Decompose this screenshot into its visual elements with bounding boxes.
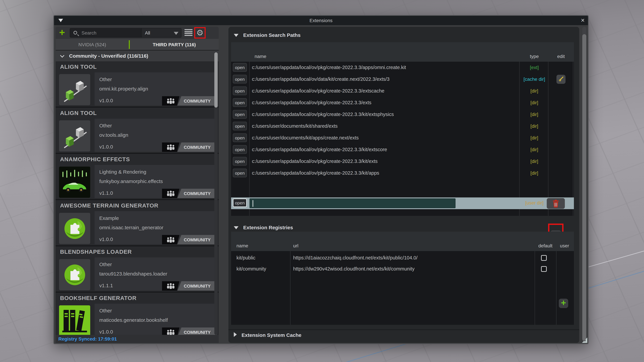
people-icon bbox=[162, 96, 180, 106]
section-header-search-paths[interactable]: Extension Search Paths bbox=[234, 32, 300, 38]
extension-title: ANAMORPHIC EFFECTS bbox=[56, 154, 219, 165]
gear-icon[interactable]: ⚙ bbox=[196, 29, 204, 37]
search-path-value: c:/users/user/appdata/local/ov/pkg/creat… bbox=[252, 170, 379, 176]
group-header-community-unverified[interactable]: Community - Unverified (116/116) bbox=[56, 51, 219, 61]
new-path-input[interactable] bbox=[250, 198, 456, 208]
list-item[interactable]: BOOKSHELF GENERATOR bbox=[56, 293, 219, 335]
table-body: kit/public https://d1aiacozzchaiq.cloudf… bbox=[231, 251, 574, 325]
extension-category: Other bbox=[99, 261, 112, 267]
list-item[interactable]: BLENDSHAPES LOADER Other bbox=[56, 246, 219, 293]
list-item[interactable]: ANAMORPHIC EFFECTS bbox=[56, 154, 219, 200]
registries-table: name url default user kit/public https:/… bbox=[231, 232, 574, 325]
table-row: open c:/users/user/appdata/local/ov/pkg/… bbox=[231, 156, 574, 167]
path-type-badge: [dir] bbox=[520, 123, 549, 129]
extension-id: ov.tools.align bbox=[99, 132, 128, 138]
table-row: open c:/users/user/appdata/local/ov/data… bbox=[231, 73, 574, 85]
extension-card[interactable]: Lighting & Rendering funkyboy.anamorphic… bbox=[56, 165, 219, 200]
add-extension-icon[interactable]: + bbox=[58, 28, 66, 37]
search-path-value: c:/users/user/documents/kit/shared/exts bbox=[252, 123, 338, 129]
search-path-value: c:/users/user/appdata/local/ov/pkg/creat… bbox=[252, 88, 384, 93]
badge-label: COMMUNITY bbox=[178, 96, 217, 106]
open-path-button[interactable]: open bbox=[233, 145, 247, 154]
path-type-badge: [user dir] bbox=[520, 200, 549, 205]
extension-title: ALIGN TOOL bbox=[56, 61, 219, 72]
group-header-label: Community - Unverified (116/116) bbox=[69, 53, 148, 59]
open-path-button[interactable]: open bbox=[233, 122, 247, 130]
open-path-button[interactable]: open bbox=[233, 86, 247, 95]
section-header-registries[interactable]: Extension Registries bbox=[234, 225, 293, 230]
close-icon[interactable]: × bbox=[581, 17, 585, 24]
badge-label: COMMUNITY bbox=[178, 189, 217, 198]
extension-info: Other maticodes.generator.bookshelf v1.0… bbox=[94, 304, 217, 335]
list-item[interactable]: ALIGN TOOL bbox=[56, 61, 219, 108]
path-type-badge: [dir] bbox=[520, 88, 549, 93]
extension-card[interactable]: Other maticodes.generator.bookshelf v1.0… bbox=[56, 304, 219, 335]
tab-third-party[interactable]: THIRD PARTY (116) bbox=[130, 39, 219, 50]
open-path-button[interactable]: open bbox=[233, 198, 247, 207]
section-header-system-cache[interactable]: Extension System Cache bbox=[234, 332, 301, 338]
filter-dropdown[interactable]: All bbox=[141, 28, 182, 37]
column-header-edit: edit bbox=[549, 54, 573, 59]
filter-value: All bbox=[145, 30, 150, 35]
search-input[interactable] bbox=[70, 28, 150, 37]
extension-card[interactable]: Example omni.isaac.terrain_generator v1.… bbox=[56, 211, 219, 246]
search-path-value: c:/users/user/appdata/local/ov/pkg/creat… bbox=[252, 112, 394, 117]
open-path-button[interactable]: open bbox=[233, 63, 247, 72]
open-path-button[interactable]: open bbox=[233, 157, 247, 166]
new-path-row-editing: open [user dir] bbox=[231, 197, 574, 209]
bookshelf-icon bbox=[59, 305, 90, 335]
badge-label: COMMUNITY bbox=[178, 281, 217, 291]
path-type-badge: [dir] bbox=[520, 100, 549, 105]
registry-name: kit/community bbox=[236, 266, 266, 272]
extension-id: funkyboy.anamorphic.effects bbox=[99, 178, 163, 184]
open-path-button[interactable]: open bbox=[233, 110, 247, 119]
delete-path-button[interactable] bbox=[547, 198, 565, 209]
title-bar[interactable]: Extensions × bbox=[54, 16, 588, 25]
search-box bbox=[70, 28, 150, 37]
resize-handle[interactable] bbox=[582, 338, 587, 343]
column-header-name: name bbox=[254, 54, 266, 59]
column-header-default: default bbox=[535, 243, 556, 248]
open-path-button[interactable]: open bbox=[233, 98, 247, 107]
add-registry-button[interactable]: + bbox=[559, 299, 568, 308]
table-header: name type edit bbox=[231, 42, 574, 62]
extension-browser-panel: + All ⚙ NVIDIA (524) THIRD PARTY (116) bbox=[56, 27, 219, 343]
list-item[interactable]: AWESOME TERRAIN GENERATOR Example bbox=[56, 200, 219, 246]
section-divider bbox=[228, 329, 579, 330]
list-item[interactable]: ALIGN TOOL bbox=[56, 108, 219, 154]
table-row: open c:/users/user/appdata/local/ov/pkg/… bbox=[231, 109, 574, 120]
tab-nvidia[interactable]: NVIDIA (524) bbox=[56, 39, 129, 50]
broom-icon[interactable] bbox=[556, 75, 566, 84]
open-path-button[interactable]: open bbox=[233, 169, 247, 177]
extension-card[interactable]: Other ov.tools.align v1.0.0 COMMUNITY bbox=[56, 119, 219, 154]
default-checkbox[interactable] bbox=[541, 266, 547, 272]
extension-category: Other bbox=[99, 308, 112, 313]
column-header-user: user bbox=[556, 243, 573, 248]
registry-url: https://dw290v42wisod.cloudfront.net/ext… bbox=[293, 266, 414, 272]
column-header-type: type bbox=[520, 54, 549, 59]
menu-icon[interactable] bbox=[184, 29, 192, 36]
table-row: open c:/users/user/documents/kit/shared/… bbox=[231, 120, 574, 132]
badge-label: COMMUNITY bbox=[178, 142, 217, 152]
badge-label: COMMUNITY bbox=[178, 328, 217, 335]
default-checkbox[interactable] bbox=[541, 255, 547, 261]
extension-category: Other bbox=[99, 123, 112, 128]
section-title: Extension System Cache bbox=[242, 332, 301, 338]
open-path-button[interactable]: open bbox=[233, 75, 247, 83]
section-title: Extension Search Paths bbox=[243, 32, 300, 38]
path-type-badge: [dir] bbox=[520, 135, 549, 140]
triangle-down-icon bbox=[234, 34, 238, 37]
community-badge: COMMUNITY bbox=[162, 235, 217, 244]
open-path-button[interactable]: open bbox=[233, 133, 247, 142]
window-scrollbar-thumb[interactable] bbox=[582, 34, 586, 341]
search-paths-table: name type edit open c:/users/user/appdat… bbox=[231, 42, 574, 216]
list-scrollbar-thumb[interactable] bbox=[214, 52, 218, 108]
table-row: open c:/users/user/appdata/local/ov/pkg/… bbox=[231, 62, 574, 73]
table-row: open c:/users/user/appdata/local/ov/pkg/… bbox=[231, 97, 574, 109]
table-row: open c:/users/user/appdata/local/ov/pkg/… bbox=[231, 85, 574, 97]
people-icon bbox=[162, 142, 180, 152]
extension-card[interactable]: Other omni.kit.property.align v1.0.0 COM… bbox=[56, 72, 219, 108]
community-badge: COMMUNITY bbox=[162, 281, 217, 291]
extension-title: AWESOME TERRAIN GENERATOR bbox=[56, 200, 219, 211]
extension-card[interactable]: Other tarou9123.blendshapes.loader v1.1.… bbox=[56, 257, 219, 293]
